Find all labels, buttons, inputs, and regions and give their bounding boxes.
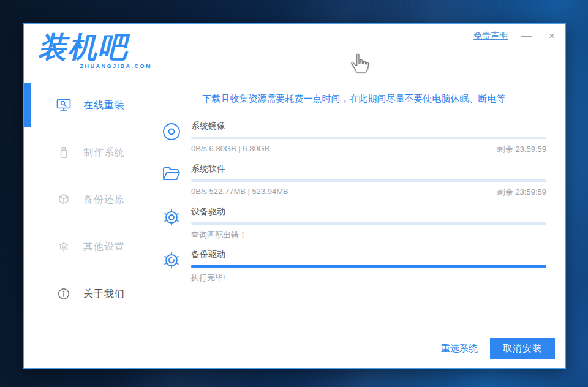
main-content: 下载且收集资源需要耗费一点时间，在此期间尽量不要使电脑休眠、断电等 系统镜像 0… <box>162 93 546 292</box>
gear-sync-icon <box>162 249 191 284</box>
progress-fill <box>191 265 546 268</box>
disc-icon <box>162 121 191 155</box>
task-row-system-image: 系统镜像 0B/s 6.80GB | 6.80GB 剩余 23:59:59 <box>162 121 546 155</box>
task-status-left: 0B/s 522.77MB | 523.94MB <box>191 187 288 198</box>
sidebar-item-label: 制作系统 <box>83 146 125 159</box>
download-notice: 下载且收集资源需要耗费一点时间，在此期间尽量不要使电脑休眠、断电等 <box>162 93 546 105</box>
footer-actions: 重选系统 取消安装 <box>441 338 555 359</box>
reselect-system-link[interactable]: 重选系统 <box>441 343 478 355</box>
sidebar-item-online-reinstall[interactable]: 在线重装 <box>24 98 154 113</box>
sidebar-item-label: 在线重装 <box>83 99 125 112</box>
close-button[interactable]: × <box>545 29 559 42</box>
usb-drive-icon <box>56 145 71 160</box>
task-status-left: 查询匹配出错！ <box>191 230 247 241</box>
cancel-install-button[interactable]: 取消安装 <box>490 338 555 359</box>
task-status-left: 0B/s 6.80GB | 6.80GB <box>191 144 270 155</box>
gear-icon <box>162 206 191 241</box>
task-title: 系统软件 <box>191 163 546 175</box>
sidebar-item-backup-restore[interactable]: 备份还原 <box>24 192 154 207</box>
sidebar-item-make-system[interactable]: 制作系统 <box>24 145 154 160</box>
progress-bar <box>191 222 546 225</box>
task-title: 设备驱动 <box>191 206 546 217</box>
task-status-left: 执行完毕! <box>191 272 225 284</box>
sidebar-item-about-us[interactable]: 关于我们 <box>24 287 154 301</box>
sidebar-item-label: 关于我们 <box>83 288 125 301</box>
task-row-system-software: 系统软件 0B/s 522.77MB | 523.94MB 剩余 23:59:5… <box>162 163 546 198</box>
progress-bar <box>191 179 546 182</box>
task-time-remaining: 剩余 23:59:59 <box>497 187 546 198</box>
sidebar-item-label: 其他设置 <box>83 241 125 254</box>
task-time-remaining: 剩余 23:59:59 <box>497 144 546 155</box>
desktop-wallpaper: 装机吧 ZHUANGJIBA.COM 免责声明 — × <box>0 0 588 387</box>
monitor-search-icon <box>56 98 71 113</box>
progress-bar <box>191 137 546 139</box>
sidebar-item-label: 备份还原 <box>83 194 125 206</box>
minimize-button[interactable]: — <box>518 29 535 42</box>
backup-box-icon <box>56 192 71 207</box>
app-logo: 装机吧 ZHUANGJIBA.COM <box>38 32 154 69</box>
progress-bar <box>191 265 546 268</box>
task-row-device-drivers: 设备驱动 查询匹配出错！ <box>162 206 546 241</box>
folder-icon <box>162 163 191 198</box>
sidebar: 在线重装 制作系统 <box>24 98 154 334</box>
logo-subtitle: ZHUANGJIBA.COM <box>38 63 154 69</box>
titlebar-controls: 免责声明 — × <box>473 29 559 42</box>
logo-title: 装机吧 <box>38 32 154 62</box>
app-window: 装机吧 ZHUANGJIBA.COM 免责声明 — × <box>23 23 566 369</box>
task-title: 备份驱动 <box>191 249 546 260</box>
info-circle-icon <box>56 287 71 301</box>
gear-icon <box>56 239 71 254</box>
sidebar-item-other-settings[interactable]: 其他设置 <box>24 239 154 254</box>
task-title: 系统镜像 <box>191 121 546 132</box>
disclaimer-link[interactable]: 免责声明 <box>473 31 508 42</box>
task-row-backup-drivers: 备份驱动 执行完毕! <box>162 249 546 284</box>
